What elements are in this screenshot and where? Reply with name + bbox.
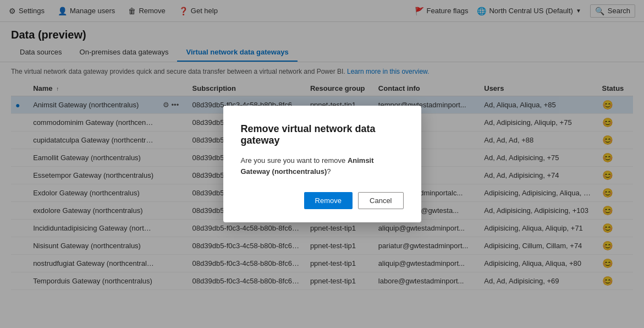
modal-remove-button[interactable]: Remove (304, 192, 353, 209)
modal-cancel-button[interactable]: Cancel (358, 192, 403, 209)
modal-actions: Remove Cancel (241, 192, 404, 209)
modal-body: Are you sure you want to remove Animsit … (241, 155, 404, 177)
modal-title: Remove virtual network data gateway (241, 123, 404, 146)
modal-body-suffix: ? (327, 167, 331, 176)
modal-body-prefix: Are you sure you want to remove (241, 156, 348, 165)
modal-overlay: Remove virtual network data gateway Are … (0, 0, 644, 328)
remove-modal: Remove virtual network data gateway Are … (223, 106, 421, 222)
